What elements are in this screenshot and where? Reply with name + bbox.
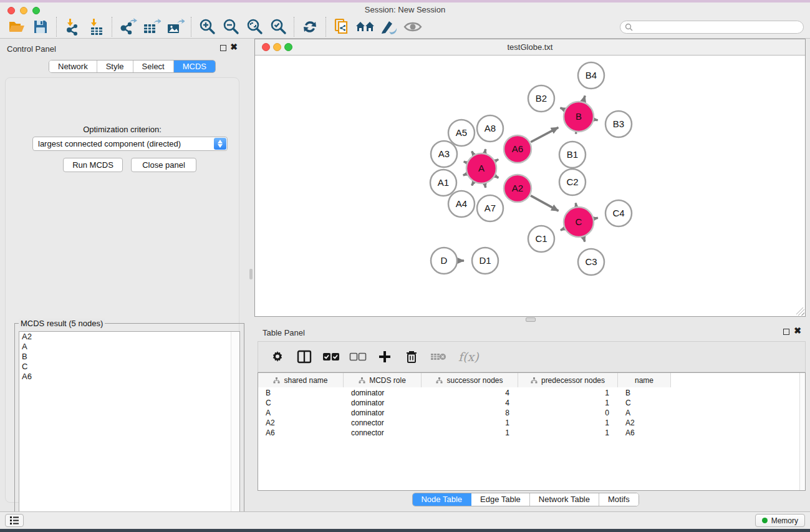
export-table-button[interactable] <box>140 17 163 37</box>
graph-edge-C-C4[interactable] <box>594 218 597 218</box>
zoom-out-button[interactable] <box>219 17 243 37</box>
graph-node-A5[interactable]: A5 <box>448 120 475 146</box>
function-builder-button[interactable]: f(x) <box>455 346 479 367</box>
graph-node-C1[interactable]: C1 <box>528 226 554 252</box>
graph-node-D[interactable]: D <box>431 248 457 274</box>
zoom-selected-button[interactable] <box>266 17 290 37</box>
table-row[interactable]: Cdominator41C <box>258 398 805 408</box>
float-table-panel-icon[interactable] <box>783 329 789 335</box>
horizontal-splitter-handle[interactable] <box>526 317 536 322</box>
mcds-result-item[interactable]: C <box>19 362 239 372</box>
tab-node-table[interactable]: Node Table <box>412 493 471 506</box>
split-columns-button[interactable] <box>294 346 315 367</box>
mcds-result-item[interactable]: A <box>19 342 239 352</box>
zoom-in-button[interactable] <box>195 17 219 37</box>
node-table[interactable]: shared nameMCDS rolesuccessor nodesprede… <box>258 372 806 491</box>
close-panel-button[interactable]: Close panel <box>131 158 196 172</box>
mcds-result-item[interactable]: B <box>19 352 239 362</box>
table-row[interactable]: Adominator80A <box>258 408 805 418</box>
list-scrollbar[interactable] <box>231 332 239 532</box>
mcds-result-item[interactable]: A6 <box>19 372 239 382</box>
deselect-all-button[interactable] <box>347 346 369 367</box>
tab-mcds[interactable]: MCDS <box>174 60 215 72</box>
graph-edge-C-C1[interactable] <box>561 229 564 230</box>
graph-node-A3[interactable]: A3 <box>431 141 457 167</box>
select-all-button[interactable] <box>321 346 342 367</box>
graph-edge-C-C2[interactable] <box>576 203 576 206</box>
save-session-button[interactable] <box>29 17 52 37</box>
export-network-button[interactable] <box>116 17 140 37</box>
column-header-MCDS-role[interactable]: MCDS role <box>344 373 422 387</box>
tab-style[interactable]: Style <box>97 60 133 72</box>
graph-node-C[interactable]: C <box>564 207 594 237</box>
column-header-successor-nodes[interactable]: successor nodes <box>422 373 518 387</box>
float-panel-icon[interactable] <box>220 45 226 51</box>
search-input[interactable] <box>620 21 804 34</box>
graph-node-D1[interactable]: D1 <box>472 248 498 274</box>
table-scrollbar[interactable] <box>799 373 805 490</box>
graph-node-B[interactable]: B <box>564 102 594 132</box>
tab-select[interactable]: Select <box>133 60 174 72</box>
column-header-name[interactable]: name <box>618 373 671 387</box>
criterion-select[interactable]: largest connected component (directed) <box>32 137 228 151</box>
column-header-predecessor-nodes[interactable]: predecessor nodes <box>518 373 618 387</box>
close-table-panel-icon[interactable]: ✖ <box>794 326 801 336</box>
graph-node-C2[interactable]: C2 <box>559 169 586 195</box>
delete-column-button[interactable] <box>401 346 422 367</box>
graph-edge-A-A5[interactable] <box>472 152 474 155</box>
graph-edge-A-A2[interactable] <box>496 177 499 178</box>
graph-node-A2[interactable]: A2 <box>504 175 531 202</box>
memory-button[interactable]: Memory <box>755 514 805 527</box>
graph-edge-C-C3[interactable] <box>584 238 585 242</box>
graph-edge-A6-B[interactable] <box>531 127 558 142</box>
import-network-button[interactable] <box>60 17 84 37</box>
tab-network[interactable]: Network <box>49 60 97 72</box>
mcds-result-item[interactable]: A2 <box>19 332 239 342</box>
duplicate-network-button[interactable] <box>330 17 354 37</box>
tab-motifs[interactable]: Motifs <box>599 493 639 506</box>
graph-edge-A-A3[interactable] <box>464 162 466 163</box>
graph-edge-A-A4[interactable] <box>472 183 474 186</box>
network-graph-canvas[interactable]: B4B2BB3A8A5A6A3B1AC2A1A2A4A7C4CC1C3DD1 <box>256 56 805 316</box>
import-table-button[interactable] <box>84 17 108 37</box>
eye-button[interactable] <box>401 17 425 37</box>
home-button[interactable] <box>354 17 377 37</box>
refresh-button[interactable] <box>298 17 322 37</box>
mcds-result-list[interactable]: A2ABCA6 <box>19 331 240 532</box>
graph-node-A8[interactable]: A8 <box>477 115 503 142</box>
graph-node-A7[interactable]: A7 <box>477 195 503 221</box>
table-settings-button[interactable] <box>267 346 288 367</box>
add-column-button[interactable] <box>374 346 395 367</box>
delete-table-button[interactable] <box>428 346 449 367</box>
graph-node-A1[interactable]: A1 <box>430 170 456 196</box>
graph-node-A6[interactable]: A6 <box>504 135 531 163</box>
network-window-titlebar[interactable]: testGlobe.txt <box>255 39 805 56</box>
run-mcds-button[interactable]: Run MCDS <box>63 158 123 172</box>
table-row[interactable]: A2connector11A2 <box>258 418 805 428</box>
task-history-button[interactable] <box>5 514 24 527</box>
graph-edge-B-B3[interactable] <box>595 120 598 120</box>
close-panel-icon[interactable]: ✖ <box>230 42 238 52</box>
export-image-button[interactable] <box>163 17 187 37</box>
vertical-splitter-handle[interactable] <box>249 269 253 279</box>
graph-edge-B-B2[interactable] <box>561 108 564 110</box>
graph-node-B4[interactable]: B4 <box>578 62 604 89</box>
table-row[interactable]: Bdominator41B <box>258 388 805 398</box>
graph-node-B3[interactable]: B3 <box>605 111 632 137</box>
open-session-button[interactable] <box>5 17 29 37</box>
resize-grip-icon[interactable] <box>796 307 804 316</box>
graph-node-C4[interactable]: C4 <box>605 200 632 226</box>
tab-network-table[interactable]: Network Table <box>530 493 599 506</box>
graph-edge-A2-C[interactable] <box>531 196 559 211</box>
tab-edge-table[interactable]: Edge Table <box>471 493 530 506</box>
table-row[interactable]: A6connector11A6 <box>258 428 805 438</box>
graph-edge-A-A1[interactable] <box>463 174 466 175</box>
graph-edge-A-A8[interactable] <box>485 149 486 152</box>
graph-edge-A-A6[interactable] <box>496 159 498 160</box>
graph-node-A4[interactable]: A4 <box>448 191 475 217</box>
graph-edge-A-A7[interactable] <box>485 184 486 187</box>
graph-node-B1[interactable]: B1 <box>559 142 586 168</box>
column-header-shared-name[interactable]: shared name <box>258 373 344 387</box>
graph-edge-B-B4[interactable] <box>584 96 586 102</box>
graph-node-C3[interactable]: C3 <box>578 249 604 275</box>
